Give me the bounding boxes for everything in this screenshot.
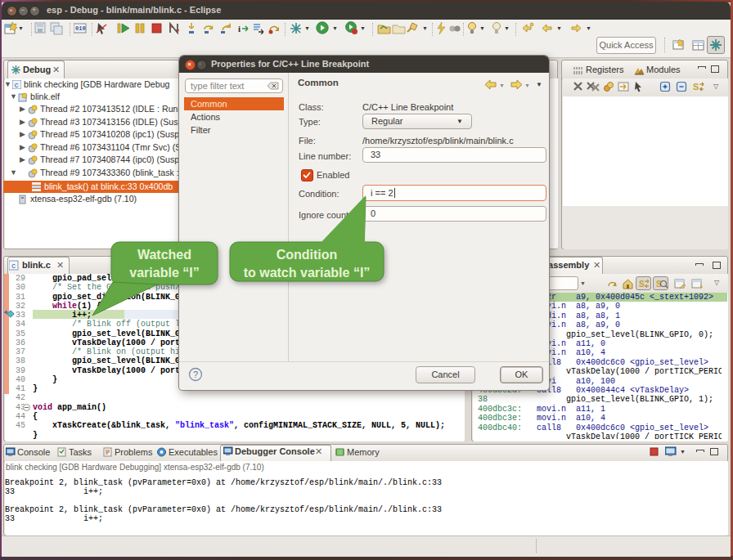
svg-text:Condition: Condition bbox=[277, 248, 338, 262]
svg-text:S: S bbox=[639, 280, 645, 289]
svg-text:variable “I”: variable “I” bbox=[129, 266, 199, 280]
svg-text:i: i bbox=[238, 24, 241, 34]
svg-text:to watch variable “I”: to watch variable “I” bbox=[244, 266, 371, 280]
svg-text:?: ? bbox=[193, 370, 198, 379]
svg-text:c: c bbox=[11, 262, 16, 271]
svg-text:S: S bbox=[693, 82, 699, 92]
svg-text:010: 010 bbox=[75, 25, 86, 32]
svg-text:Watched: Watched bbox=[137, 248, 191, 262]
svg-text:c: c bbox=[15, 82, 19, 89]
